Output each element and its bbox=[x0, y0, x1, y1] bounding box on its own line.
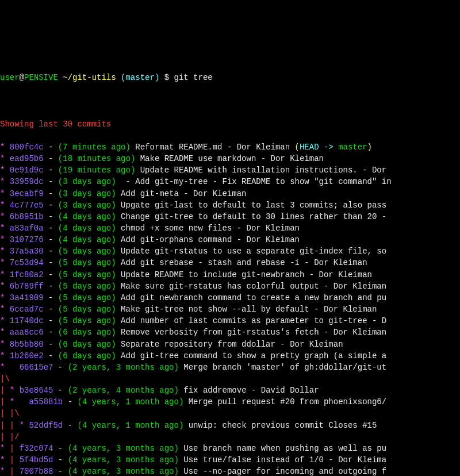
commit-age: 3 days ago bbox=[63, 201, 111, 210]
commit-hash: 3107276 bbox=[10, 235, 44, 244]
commit-message: Add git-tree command to show a pretty gr… bbox=[121, 351, 386, 360]
commit-message: chmod +x some new files - Dor Kleiman bbox=[121, 224, 300, 233]
commit-hash: 800fc4c bbox=[10, 143, 44, 152]
commit-hash: a83af0a bbox=[10, 224, 44, 233]
commit-message: Merge pull request #20 from phoenixsong6… bbox=[189, 397, 386, 406]
commit-row: * 8b5bb80 - (6 days ago) Separate reposi… bbox=[0, 339, 460, 350]
commit-hash: 33959dc bbox=[10, 177, 44, 186]
commit-age: 4 years, 1 month ago bbox=[82, 397, 179, 406]
commit-message: Merge branch 'master' of gh:ddollar/git-… bbox=[183, 363, 386, 372]
commit-age: 4 days ago bbox=[63, 224, 111, 233]
commit-hash: 8b5bb80 bbox=[10, 340, 44, 349]
commit-message: Separate repository from ddollar - Dor K… bbox=[121, 340, 343, 349]
commit-hash: 4c777e5 bbox=[10, 201, 44, 210]
commit-message: Upgate git-last to default to last 3 com… bbox=[121, 201, 386, 210]
commit-row: * aaa8cc6 - (6 days ago) Remove verbosit… bbox=[0, 327, 460, 338]
commit-row: * 6ccad7c - (5 days ago) Make git-tree n… bbox=[0, 304, 460, 315]
commit-message: Make README use markdown - Dor Kleiman bbox=[140, 154, 324, 163]
commit-age: 18 minutes ago bbox=[63, 154, 131, 163]
graph-star-icon: * bbox=[10, 386, 14, 395]
commit-row: * 1fc80a2 - (5 days ago) Update README t… bbox=[0, 269, 460, 281]
commit-age: 6 days ago bbox=[63, 351, 111, 360]
graph-pipe-icon: | bbox=[10, 455, 14, 465]
commit-row: * 6b789ff - (5 days ago) Make sure git-r… bbox=[0, 281, 460, 292]
terminal[interactable]: user@PENSIVE ~/git-utils (master) $ git … bbox=[0, 58, 460, 476]
commit-message: Make git-tree not show --all by default … bbox=[121, 305, 377, 314]
commit-message: Add git-orphans command - Dor Kleiman bbox=[121, 235, 300, 244]
graph-star-icon: * bbox=[10, 397, 14, 406]
commit-row: * 7c53d94 - (5 days ago) Add git srebase… bbox=[0, 257, 460, 268]
commit-hash: 3a41909 bbox=[10, 293, 44, 302]
commit-row: * 37a5a30 - (5 days ago) Update git-rsta… bbox=[0, 245, 460, 257]
commit-message: Change git-tree to default to 30 lines r… bbox=[121, 212, 386, 221]
commit-hash: 6b789ff bbox=[10, 282, 44, 291]
commit-message: Reformat README.md - Dor Kleiman bbox=[135, 143, 294, 152]
commit-row: |\ bbox=[0, 373, 460, 385]
commit-hash: 11740dc bbox=[10, 316, 44, 325]
commit-age: 4 years, 3 months ago bbox=[72, 455, 174, 465]
commit-row: * 6b8951b - (4 days ago) Change git-tree… bbox=[0, 211, 460, 222]
prompt-branch: master bbox=[125, 73, 154, 82]
commit-row: * 800fc4c - (7 minutes ago) Reformat REA… bbox=[0, 141, 460, 153]
commit-message: Update git-rstatus to use a separate git… bbox=[121, 247, 386, 256]
commit-age: 4 years, 3 months ago bbox=[72, 467, 174, 476]
commit-hash: 7c53d94 bbox=[10, 258, 44, 267]
commit-row: * 4c777e5 - (3 days ago) Upgate git-last… bbox=[0, 199, 460, 211]
commit-age: 7 minutes ago bbox=[63, 143, 125, 152]
commit-row: * 0e91d9c - (19 minutes ago) Update READ… bbox=[0, 164, 460, 176]
commit-row: * 1b260e2 - (6 days ago) Add git-tree co… bbox=[0, 350, 460, 362]
commit-row: | * a55881b - (4 years, 1 month ago) Mer… bbox=[0, 396, 460, 408]
commit-row: * 3ecabf9 - (3 days ago) Add git-meta - … bbox=[0, 188, 460, 199]
commit-row: * | 7007b88 - (4 years, 3 months ago) Us… bbox=[0, 466, 460, 476]
commit-age: 2 years, 4 months ago bbox=[72, 386, 174, 395]
commit-hash: a55881b bbox=[29, 397, 63, 406]
prompt-host: PENSIVE bbox=[24, 73, 58, 82]
commit-hash: 66615e7 bbox=[20, 363, 53, 372]
commit-age: 3 days ago bbox=[63, 177, 111, 186]
commit-message: Use branch name when pushing as well as … bbox=[183, 444, 386, 453]
commit-hash: 1fc80a2 bbox=[10, 270, 44, 279]
graph-star-icon: * bbox=[20, 421, 24, 430]
commit-age: 4 years, 3 months ago bbox=[72, 444, 174, 453]
commit-hash: 6ccad7c bbox=[10, 305, 44, 314]
prompt-line: user@PENSIVE ~/git-utils (master) $ git … bbox=[0, 72, 460, 83]
commit-age: 5 days ago bbox=[63, 305, 111, 314]
commit-row: * 3107276 - (4 days ago) Add git-orphans… bbox=[0, 234, 460, 245]
commit-hash: 3ecabf9 bbox=[10, 189, 44, 198]
commit-message: Add git newbranch command to create a ne… bbox=[121, 293, 386, 302]
commit-hash: aaa8cc6 bbox=[10, 328, 44, 337]
branch-ref: master bbox=[338, 143, 367, 152]
prompt-user: user bbox=[0, 73, 20, 82]
output-header: Showing last 30 commits bbox=[0, 118, 460, 130]
commit-age: 4 days ago bbox=[63, 235, 111, 244]
head-pointer: HEAD -> bbox=[300, 143, 338, 152]
commit-message: Remove verbosity from git-rstatus's fetc… bbox=[121, 328, 386, 337]
commit-age: 6 days ago bbox=[63, 340, 111, 349]
commit-hash: ead95b6 bbox=[10, 154, 44, 163]
commit-age: 19 minutes ago bbox=[63, 166, 131, 175]
commit-age: 5 days ago bbox=[63, 282, 111, 291]
commit-row: | |/ bbox=[0, 431, 460, 443]
commit-hash: b3e8645 bbox=[20, 386, 53, 395]
commit-row: * | 5f4bd5d - (4 years, 3 months ago) Us… bbox=[0, 454, 460, 466]
commit-message: Use --no-pager for incoming and outgoing… bbox=[183, 467, 386, 476]
prompt-path: ~/git-utils bbox=[63, 73, 116, 82]
commit-age: 2 years, 3 months ago bbox=[72, 363, 174, 372]
commit-age: 5 days ago bbox=[63, 316, 111, 325]
commit-message: Make sure git-rstatus has colorful outpu… bbox=[121, 282, 386, 291]
commit-message: Add git-meta - Dor Kleiman bbox=[121, 189, 246, 198]
commit-message: unwip: check previous commit Closes #15 bbox=[189, 421, 382, 430]
commit-row: * 66615e7 - (2 years, 3 months ago) Merg… bbox=[0, 362, 460, 373]
commit-row: * 33959dc - (3 days ago) - Add git-my-tr… bbox=[0, 176, 460, 187]
commit-hash: 1b260e2 bbox=[10, 351, 44, 360]
commit-age: 5 days ago bbox=[63, 270, 111, 279]
commit-hash: 0e91d9c bbox=[10, 166, 44, 175]
commit-hash: 37a5a30 bbox=[10, 247, 44, 256]
commit-age: 4 days ago bbox=[63, 212, 111, 221]
commit-age: 6 days ago bbox=[63, 328, 111, 337]
graph-pipe-icon: | bbox=[10, 467, 14, 476]
graph-pipe-icon: | bbox=[10, 444, 14, 453]
commit-row: * 3a41909 - (5 days ago) Add git newbran… bbox=[0, 292, 460, 304]
commit-age: 5 days ago bbox=[63, 247, 111, 256]
commit-message: Add git srebase - stash and rebase -i - … bbox=[121, 258, 367, 267]
